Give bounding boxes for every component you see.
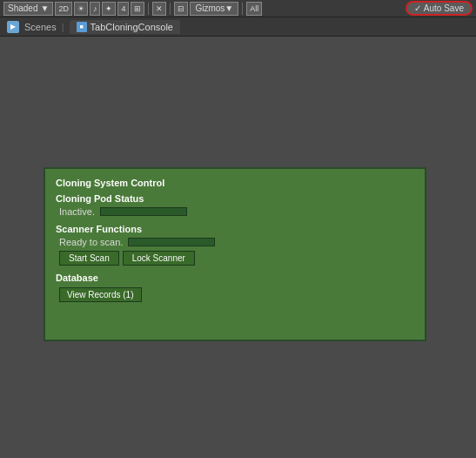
toolbar: Shaded ▼ 2D ☀ ♪ ✦ 4 ⊞ ✕ ⊟ Gizmos ▼ All ✓… (0, 0, 476, 17)
toolbar-sep-3 (242, 3, 243, 15)
scanner-status-bar (128, 238, 215, 246)
view-2d-btn[interactable]: 2D (55, 2, 72, 16)
view-records-button[interactable]: View Records (1) (59, 287, 142, 302)
grid-icon-btn[interactable]: ⊞ (131, 2, 144, 16)
pod-status-row: Inactive. (59, 206, 414, 217)
pod-status-label: Cloning Pod Status (56, 193, 414, 204)
scanner-label: Scanner Functions (56, 224, 414, 234)
auto-save-button[interactable]: ✓ Auto Save (406, 1, 473, 16)
main-area: Cloning System Control Cloning Pod Statu… (0, 37, 476, 458)
light-icon-btn[interactable]: ☀ (74, 2, 88, 16)
sound-icon-btn[interactable]: ♪ (90, 2, 101, 16)
scanner-status-row: Ready to scan. (59, 237, 414, 247)
shading-dropdown[interactable]: Shaded ▼ (3, 2, 53, 16)
all-btn[interactable]: All (246, 2, 262, 16)
dropdown-arrow: ▼ (40, 3, 49, 13)
stats-icon-btn[interactable]: 4 (117, 2, 129, 16)
toolbar-sep-2 (170, 3, 171, 15)
db-btn-row: View Records (1) (59, 286, 414, 302)
shading-label: Shaded (8, 3, 37, 13)
console-panel: Cloning System Control Cloning Pod Statu… (44, 167, 426, 341)
tab-label: TabCloningConsole (91, 22, 173, 32)
layout-icon-btn[interactable]: ⊟ (174, 2, 188, 16)
gizmos-arrow: ▼ (225, 3, 233, 13)
cube-icon: ■ (77, 22, 87, 32)
scene-sep: | (62, 22, 64, 32)
scene-tab-bar: ▶ Scenes | ■ TabCloningConsole (0, 17, 476, 37)
database-label: Database (56, 273, 414, 283)
pod-status-bar (100, 207, 187, 216)
gizmos-btn[interactable]: Gizmos ▼ (190, 2, 238, 16)
delete-icon-btn[interactable]: ✕ (152, 2, 166, 16)
scenes-label: Scenes (24, 22, 57, 32)
scenes-icon: ▶ (7, 21, 19, 33)
tab-cloning-console[interactable]: ■ TabCloningConsole (70, 20, 180, 34)
fx-icon-btn[interactable]: ✦ (102, 2, 116, 16)
lock-scanner-button[interactable]: Lock Scanner (123, 251, 195, 266)
panel-title: Cloning System Control (56, 178, 414, 188)
auto-save-label: Auto Save (424, 3, 464, 13)
pod-status-value: Inactive. (59, 206, 95, 217)
start-scan-button[interactable]: Start Scan (59, 251, 119, 266)
database-section: Database View Records (1) (56, 273, 414, 302)
checkmark-icon: ✓ (414, 3, 421, 13)
scanner-status-text: Ready to scan. (59, 237, 123, 247)
toolbar-sep-1 (148, 3, 149, 15)
scanner-buttons: Start Scan Lock Scanner (59, 251, 414, 266)
